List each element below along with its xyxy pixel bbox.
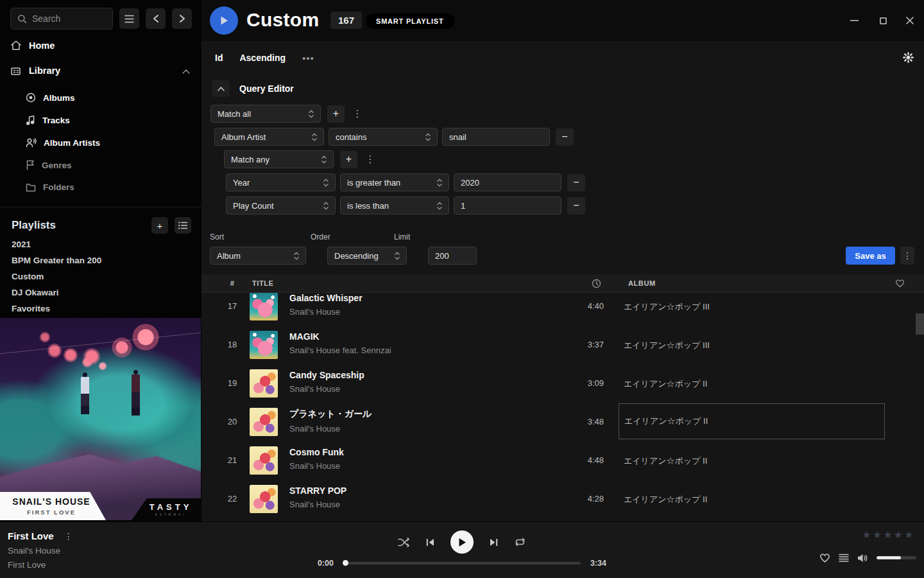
track-album[interactable]: エイリアン☆ポップ II — [624, 378, 707, 390]
track-artist[interactable]: Snail's House — [289, 384, 364, 394]
search-field[interactable] — [32, 13, 103, 24]
rule-field-select[interactable]: Year — [226, 173, 336, 191]
seek-knob[interactable] — [343, 560, 348, 566]
track-album[interactable]: エイリアン☆ポップ III — [624, 340, 710, 351]
track-title[interactable]: MAGIK — [289, 331, 391, 342]
track-title[interactable]: Galactic Whisper — [289, 293, 363, 303]
sidebar-item-tracks[interactable]: Tracks — [26, 115, 70, 125]
table-row[interactable]: 18 MAGIK Snail's House feat. Sennzai 3:3… — [201, 326, 916, 364]
now-playing-title[interactable]: First Love — [8, 530, 54, 541]
track-album[interactable]: エイリアン☆ポップ III — [624, 301, 710, 313]
window-maximize-button[interactable] — [874, 12, 892, 30]
nav-back-button[interactable] — [146, 8, 166, 29]
playlist-item[interactable]: Custom — [12, 272, 44, 281]
save-options-icon[interactable]: ⋮ — [900, 247, 914, 265]
table-row[interactable]: 17 Galactic Whisper Snail's House 4:40 エ… — [201, 287, 916, 326]
playlist-item[interactable]: BPM Greater than 200 — [12, 256, 101, 265]
library-collapse-chevron-icon[interactable] — [182, 69, 190, 74]
now-playing-artist[interactable]: Snail's House — [8, 546, 73, 556]
now-playing-album-art[interactable]: SNAIL'S HOUSE FIRST LOVE TASTY ESTMMXI — [0, 318, 201, 520]
previous-track-icon[interactable] — [426, 538, 434, 547]
sidebar-item-genres[interactable]: Genres — [26, 160, 72, 170]
track-artist[interactable]: Snail's House — [289, 461, 344, 471]
sort-select[interactable]: Album — [210, 247, 306, 265]
add-group-rule-button[interactable]: + — [340, 151, 357, 168]
sidebar-item-folders[interactable]: Folders — [26, 182, 74, 192]
window-close-button[interactable] — [901, 12, 919, 30]
next-track-icon[interactable] — [490, 538, 498, 547]
settings-gear-icon[interactable] — [903, 52, 914, 63]
column-album[interactable]: ALBUM — [628, 279, 656, 287]
track-album-focused-cell[interactable]: エイリアン☆ポップ II — [619, 403, 885, 439]
now-playing-options-icon[interactable]: ⋮ — [64, 531, 73, 541]
track-artist[interactable]: Snail's House — [289, 500, 346, 509]
volume-slider[interactable] — [877, 556, 916, 559]
rule-value-field[interactable] — [461, 178, 554, 188]
track-title[interactable]: Candy Spaceship — [289, 370, 364, 380]
shuffle-icon[interactable] — [398, 538, 410, 547]
rule-operator-select[interactable]: contains — [329, 128, 438, 146]
rule-operator-select[interactable]: is greater than — [340, 173, 449, 191]
sidebar-item-home[interactable]: Home — [10, 40, 55, 51]
table-row[interactable]: 19 Candy Spaceship Snail's House 3:09 エイ… — [201, 364, 916, 403]
duration-clock-icon[interactable] — [592, 279, 601, 288]
order-select[interactable]: Descending — [327, 247, 407, 265]
window-minimize-button[interactable] — [845, 12, 863, 30]
playlist-item[interactable]: DJ Okawari — [12, 288, 59, 297]
rule-group-options-icon[interactable]: ⋮ — [351, 108, 364, 119]
group-match-select[interactable]: Match any — [224, 150, 334, 168]
column-title[interactable]: TITLE — [252, 279, 274, 287]
queue-icon[interactable] — [839, 554, 849, 563]
rule-value-input[interactable] — [454, 173, 561, 191]
rule-value-input[interactable] — [442, 128, 550, 146]
track-artist[interactable]: Snail's House feat. Sennzai — [289, 346, 391, 355]
repeat-icon[interactable] — [514, 538, 526, 547]
rule-value-field[interactable] — [449, 132, 543, 142]
table-row[interactable]: 20 プラネット・ガール Snail's House 3:48 エイリアン☆ポッ… — [201, 403, 916, 441]
sidebar-item-albums[interactable]: Albums — [26, 92, 75, 103]
track-artist[interactable]: Snail's House — [289, 424, 372, 434]
rule-value-field[interactable] — [461, 201, 554, 211]
favorite-heart-icon[interactable] — [895, 279, 905, 288]
play-playlist-button[interactable] — [210, 6, 238, 35]
table-row[interactable]: 22 STARRY POP Snail's House 4:28 エイリアン☆ポ… — [201, 480, 916, 518]
sidebar-item-library[interactable]: Library — [10, 65, 60, 76]
limit-field[interactable] — [435, 251, 470, 261]
track-title[interactable]: プラネット・ガール — [289, 408, 372, 420]
remove-rule-button[interactable]: − — [567, 197, 585, 215]
add-rule-button[interactable]: + — [327, 105, 345, 123]
limit-input[interactable] — [428, 247, 477, 265]
sort-field-button[interactable]: Id — [215, 53, 223, 63]
volume-icon[interactable] — [857, 554, 868, 563]
playlist-item[interactable]: 2021 — [12, 240, 31, 249]
rule-field-select[interactable]: Play Count — [226, 197, 336, 215]
playlist-item[interactable]: Favorites — [12, 304, 50, 313]
remove-rule-button[interactable]: − — [567, 174, 585, 191]
playlist-list-button[interactable] — [175, 217, 191, 234]
seek-bar[interactable] — [343, 562, 581, 565]
sidebar-item-album-artists[interactable]: Album Artists — [26, 137, 100, 148]
nav-forward-button[interactable] — [172, 8, 192, 29]
table-row[interactable]: 21 Cosmo Funk Snail's House 4:48 エイリアン☆ポ… — [201, 441, 916, 480]
save-as-button[interactable]: Save as — [846, 247, 895, 265]
scrollbar-thumb[interactable] — [916, 313, 924, 335]
more-options-icon[interactable]: ••• — [302, 53, 314, 64]
search-input[interactable] — [10, 8, 113, 30]
favorite-heart-icon[interactable] — [819, 553, 830, 563]
menu-button[interactable] — [119, 8, 139, 29]
query-editor-collapse-button[interactable] — [212, 80, 230, 97]
sort-direction-button[interactable]: Ascending — [239, 53, 286, 63]
now-playing-album[interactable]: First Love — [8, 560, 73, 570]
column-index[interactable]: # — [219, 279, 245, 287]
track-album[interactable]: エイリアン☆ポップ II — [624, 494, 707, 505]
rule-operator-select[interactable]: is less than — [340, 197, 449, 215]
track-title[interactable]: STARRY POP — [289, 486, 346, 496]
track-artist[interactable]: Snail's House — [289, 307, 363, 317]
remove-rule-button[interactable]: − — [556, 128, 574, 146]
root-match-select[interactable]: Match all — [210, 105, 321, 123]
rating-stars[interactable]: ★★★★★ — [862, 529, 915, 541]
track-title[interactable]: Cosmo Funk — [289, 447, 344, 457]
group-options-icon[interactable]: ⋮ — [364, 153, 377, 165]
rule-value-input[interactable] — [454, 197, 561, 215]
create-playlist-button[interactable]: + — [151, 217, 168, 234]
